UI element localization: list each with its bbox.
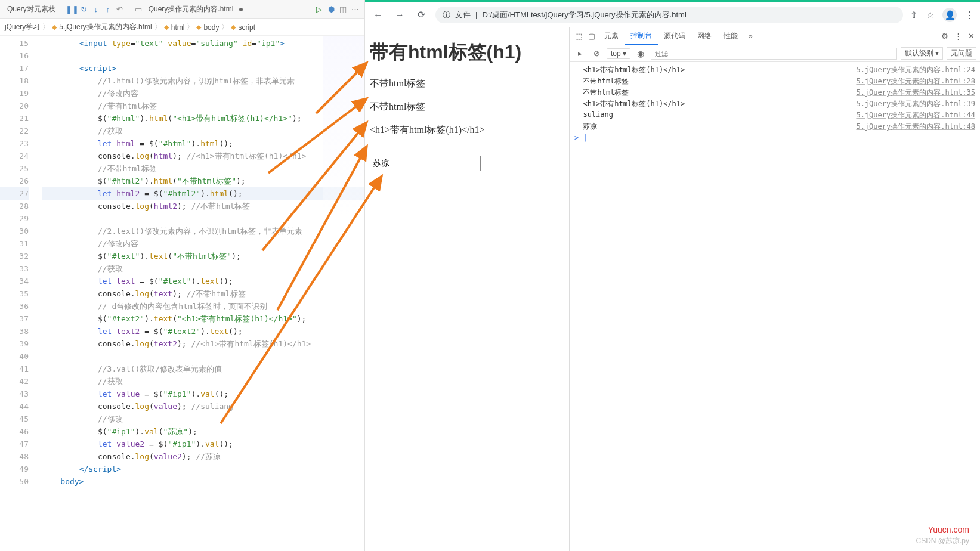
split-icon[interactable]: ◫ [338, 4, 348, 15]
html-file-icon: ◆ [52, 23, 57, 31]
console-msg: <h1>带有html标签(h1)</h1> [574, 65, 856, 75]
console-source-link[interactable]: 5.jQuery操作元素的内容.html:35 [856, 88, 975, 98]
inspect-icon[interactable]: ⬚ [572, 32, 585, 41]
filter-input[interactable] [651, 48, 897, 60]
level-select[interactable]: 默认级别 ▾ [901, 47, 943, 60]
line-gutter: 1516171819202122232425262728293031323334… [0, 36, 36, 488]
more-tabs-icon[interactable]: » [744, 32, 757, 41]
watermark-csdn: CSDN @苏凉.py [916, 536, 969, 546]
url-scheme: 文件 [455, 10, 471, 20]
console-source-link[interactable]: 5.jQuery操作元素的内容.html:24 [856, 65, 975, 75]
console-msg: 苏凉 [574, 122, 856, 132]
breadcrumb-script[interactable]: script [238, 23, 255, 32]
close-icon[interactable]: ✕ [964, 32, 978, 41]
breadcrumb-html[interactable]: html [171, 23, 185, 32]
chevron-right-icon: 〉 [154, 22, 162, 32]
profile-avatar[interactable]: 👤 [942, 8, 957, 22]
bookmark-icon[interactable]: ☆ [926, 10, 934, 20]
chevron-right-icon: 〉 [187, 22, 194, 32]
devtools-tabs: ⬚ ▢ 元素 控制台 源代码 网络 性能 » ⚙ ⋮ ✕ [570, 27, 980, 45]
tab-performance[interactable]: 性能 [718, 27, 744, 45]
separator [129, 5, 129, 14]
console-prompt[interactable]: > | [570, 132, 980, 143]
more-icon[interactable]: ⋯ [350, 4, 360, 15]
editor-toolbar: Query对元素枝 ❚❚ ↻ ↓ ↑ ↶ ▭ Query操作元素的内容.html… [0, 0, 364, 19]
undo-icon[interactable]: ↶ [115, 4, 125, 15]
content-row: 带有html标签(h1) 不带html标签 不带html标签 <h1>带有htm… [365, 27, 980, 551]
console-msg: 不带html标签 [574, 88, 856, 98]
tab-network[interactable]: 网络 [691, 27, 718, 45]
kebab-icon[interactable]: ⋮ [951, 32, 964, 41]
console-row: <h1>带有html标签(h1)</h1>5.jQuery操作元素的内容.htm… [570, 98, 980, 110]
breadcrumb-file[interactable]: 5.jQuery操作元素的内容.html [59, 22, 152, 32]
run-icon[interactable]: ▷ [314, 4, 324, 15]
page-row-3: 不带html标签 [370, 101, 564, 113]
tab-console[interactable]: 控制台 [625, 27, 658, 45]
browser-pane: ← → ⟳ ⓘ 文件 | D:/桌面/HTMLtest/jQuery学习/5.j… [365, 0, 980, 551]
rendered-page: 带有html标签(h1) 不带html标签 不带html标签 <h1>带有htm… [365, 27, 569, 551]
context-select[interactable]: top ▾ [607, 48, 630, 59]
page-input[interactable] [370, 156, 481, 171]
address-bar[interactable]: ⓘ 文件 | D:/桌面/HTMLtest/jQuery学习/5.jQuery操… [435, 7, 903, 23]
separator [63, 5, 63, 14]
console-row: 苏凉5.jQuery操作元素的内容.html:48 [570, 121, 980, 132]
code-editor[interactable]: 1516171819202122232425262728293031323334… [0, 36, 364, 551]
html-tag-icon: ◆ [164, 23, 169, 31]
devtools: ⬚ ▢ 元素 控制台 源代码 网络 性能 » ⚙ ⋮ ✕ ▸ ⊘ top ▾ ◉… [569, 27, 980, 551]
chevron-right-icon: 〉 [221, 22, 228, 32]
back-button[interactable]: ← [371, 10, 385, 20]
console-toolbar: ▸ ⊘ top ▾ ◉ 默认级别 ▾ 无问题 [570, 45, 980, 62]
refresh-icon[interactable]: ↻ [79, 4, 89, 15]
tab-elements[interactable]: 元素 [598, 27, 625, 45]
info-icon[interactable]: ⓘ [443, 10, 450, 20]
watermark-yuucn: Yuucn.com [928, 525, 969, 534]
editor-tab-2[interactable]: Query操作元素的内容.html [145, 3, 237, 16]
console-source-link[interactable]: 5.jQuery操作元素的内容.html:28 [856, 76, 975, 86]
modified-dot-icon [239, 8, 243, 11]
console-row: <h1>带有html标签(h1)</h1>5.jQuery操作元素的内容.htm… [570, 64, 980, 76]
script-tag-icon: ◆ [231, 23, 236, 31]
console-source-link[interactable]: 5.jQuery操作元素的内容.html:48 [856, 122, 975, 132]
breadcrumb: jQuery学习 〉 ◆ 5.jQuery操作元素的内容.html 〉 ◆ ht… [0, 19, 364, 36]
console-msg: suliang [574, 110, 856, 119]
forward-button[interactable]: → [392, 10, 407, 20]
step-into-icon[interactable]: ↓ [91, 4, 101, 15]
page-h1: 带有html标签(h1) [370, 39, 564, 66]
editor-pane: Query对元素枝 ❚❚ ↻ ↓ ↑ ↶ ▭ Query操作元素的内容.html… [0, 0, 365, 551]
debug-icon[interactable]: ⬢ [326, 4, 336, 15]
menu-icon[interactable]: ⋮ [965, 10, 974, 20]
minimap[interactable] [323, 36, 364, 215]
console-msg: 不带html标签 [574, 76, 856, 86]
console-row: suliang5.jQuery操作元素的内容.html:44 [570, 110, 980, 121]
page-icon: ▭ [133, 4, 144, 15]
url-sep: | [475, 10, 477, 19]
console-row: 不带html标签5.jQuery操作元素的内容.html:28 [570, 76, 980, 87]
breadcrumb-folder[interactable]: jQuery学习 [5, 22, 40, 32]
page-row-4: <h1>带有html标签(h1)</h1> [370, 124, 564, 137]
eye-icon[interactable]: ◉ [634, 49, 647, 58]
breadcrumb-body[interactable]: body [203, 23, 219, 32]
page-row-2: 不带html标签 [370, 78, 564, 90]
console-msg: <h1>带有html标签(h1)</h1> [574, 99, 856, 109]
console-source-link[interactable]: 5.jQuery操作元素的内容.html:39 [856, 99, 975, 109]
console-row: 不带html标签5.jQuery操作元素的内容.html:35 [570, 87, 980, 98]
html-tag-icon: ◆ [196, 23, 201, 31]
pause-icon[interactable]: ❚❚ [67, 4, 78, 15]
chevron-right-icon: 〉 [42, 22, 50, 32]
browser-toolbar: ← → ⟳ ⓘ 文件 | D:/桌面/HTMLtest/jQuery学习/5.j… [365, 0, 980, 27]
chrome-icons: ⇧ ☆ 👤 ⋮ [910, 8, 974, 22]
share-icon[interactable]: ⇧ [910, 10, 918, 20]
reload-button[interactable]: ⟳ [414, 9, 428, 20]
url-path: D:/桌面/HTMLtest/jQuery学习/5.jQuery操作元素的内容.… [482, 10, 686, 20]
editor-tab-1[interactable]: Query对元素枝 [4, 3, 59, 16]
device-icon[interactable]: ▢ [585, 32, 598, 41]
code-content[interactable]: <input type="text" value="suliang" id="i… [42, 37, 364, 488]
tab-sources[interactable]: 源代码 [658, 27, 691, 45]
settings-icon[interactable]: ⚙ [938, 32, 951, 41]
sidebar-icon[interactable]: ▸ [573, 49, 586, 58]
console-source-link[interactable]: 5.jQuery操作元素的内容.html:44 [856, 110, 975, 120]
no-issues: 无问题 [947, 47, 976, 60]
console-output[interactable]: <h1>带有html标签(h1)</h1>5.jQuery操作元素的内容.htm… [570, 62, 980, 551]
clear-icon[interactable]: ⊘ [590, 49, 603, 58]
step-out-icon[interactable]: ↑ [103, 4, 113, 15]
